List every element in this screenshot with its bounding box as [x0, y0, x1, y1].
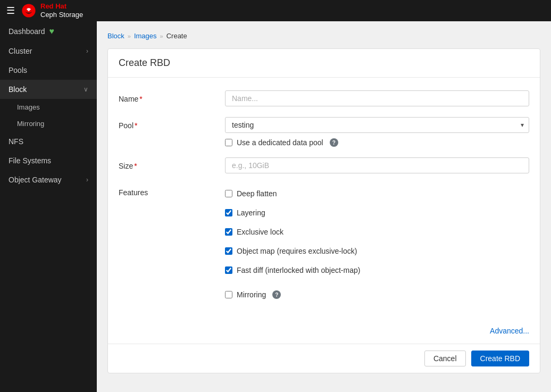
name-label: Name* [119, 90, 225, 103]
advanced-row: Advanced... [108, 322, 540, 344]
object-map-checkbox[interactable] [225, 247, 232, 255]
size-input[interactable] [225, 157, 529, 173]
fast-diff-label[interactable]: Fast diff (interlocked with object-map) [237, 266, 360, 274]
feature-group-main: Deep flatten Layering Exclusive lock [225, 184, 529, 280]
breadcrumb-sep-2: » [160, 33, 163, 39]
size-control-wrap [225, 157, 529, 173]
features-row: Features Deep flatten Layering [119, 184, 529, 299]
name-control-wrap [225, 90, 529, 106]
sidebar-item-dashboard-label: Dashboard [9, 27, 45, 36]
feature-fast-diff-row: Fast diff (interlocked with object-map) [225, 266, 529, 274]
mirroring-row: Mirroring ? [225, 290, 529, 299]
heart-icon: ♥ [49, 27, 55, 36]
topnav: ☰ Red Hat Ceph Storage [0, 0, 551, 21]
sidebar: Dashboard ♥ Cluster › Pools Block ∨ Imag… [0, 21, 97, 392]
hamburger-icon[interactable]: ☰ [6, 5, 15, 16]
deep-flatten-checkbox[interactable] [225, 190, 232, 197]
advanced-link[interactable]: Advanced... [490, 327, 529, 335]
pool-select[interactable]: testing default rbd [225, 117, 529, 133]
name-row: Name* [119, 90, 529, 106]
size-required: * [134, 162, 137, 170]
sidebar-item-cluster[interactable]: Cluster › [0, 41, 97, 61]
create-rbd-button[interactable]: Create RBD [471, 351, 529, 366]
breadcrumb-create: Create [166, 32, 187, 40]
feature-deep-flatten-row: Deep flatten [225, 189, 529, 198]
sidebar-item-nfs[interactable]: NFS [0, 132, 97, 151]
mirroring-label[interactable]: Mirroring [237, 290, 266, 299]
feature-object-map-row: Object map (requires exclusive-lock) [225, 247, 529, 255]
sidebar-mirroring-label: Mirroring [17, 120, 44, 128]
breadcrumb-images[interactable]: Images [134, 32, 157, 40]
sidebar-objectgateway-label: Object Gateway [9, 176, 86, 184]
layering-checkbox[interactable] [225, 209, 232, 216]
brand-name: Red Hat [40, 2, 83, 11]
name-input[interactable] [225, 90, 529, 106]
exclusive-lock-label[interactable]: Exclusive lock [237, 228, 283, 236]
sidebar-cluster-label: Cluster [9, 47, 86, 55]
pool-required: * [135, 121, 137, 130]
sidebar-pools-label: Pools [9, 66, 88, 74]
sidebar-item-mirroring[interactable]: Mirroring [0, 115, 97, 132]
breadcrumb-block[interactable]: Block [107, 32, 124, 40]
sidebar-item-objectgateway[interactable]: Object Gateway › [0, 170, 97, 189]
feature-layering-row: Layering [225, 208, 529, 217]
chevron-right-icon-2: › [86, 176, 88, 184]
sidebar-item-pools[interactable]: Pools [0, 61, 97, 80]
name-required: * [139, 95, 142, 103]
card-title: Create RBD [108, 49, 540, 78]
sidebar-item-block[interactable]: Block ∨ [0, 80, 97, 99]
layering-label[interactable]: Layering [237, 208, 265, 217]
sidebar-item-images[interactable]: Images [0, 99, 97, 115]
card-body: Name* Pool* testing d [108, 78, 540, 322]
content-area: Block » Images » Create Create RBD Name* [97, 21, 551, 392]
breadcrumb: Block » Images » Create [107, 32, 540, 40]
pool-row: Pool* testing default rbd ▾ [119, 117, 529, 147]
features-label: Features [119, 184, 225, 197]
sidebar-filesystems-label: File Systems [9, 156, 88, 165]
size-row: Size* [119, 157, 529, 173]
exclusive-lock-checkbox[interactable] [225, 228, 232, 236]
dedicated-pool-label[interactable]: Use a dedicated data pool [237, 138, 323, 147]
chevron-right-icon: › [86, 47, 88, 55]
size-label: Size* [119, 157, 225, 170]
sidebar-item-dashboard[interactable]: Dashboard ♥ [0, 21, 97, 41]
fast-diff-checkbox[interactable] [225, 266, 232, 274]
feature-exclusive-lock-row: Exclusive lock [225, 228, 529, 236]
sidebar-nfs-label: NFS [9, 137, 88, 146]
redhat-logo-icon [21, 3, 36, 18]
object-map-label[interactable]: Object map (requires exclusive-lock) [237, 247, 357, 255]
sidebar-item-filesystems[interactable]: File Systems [0, 151, 97, 170]
mirroring-checkbox[interactable] [225, 291, 232, 298]
features-wrap: Deep flatten Layering Exclusive lock [225, 184, 529, 299]
chevron-down-icon: ∨ [84, 86, 88, 93]
product-name: Ceph Storage [40, 11, 83, 19]
dedicated-pool-checkbox[interactable] [225, 139, 232, 146]
pool-control-wrap: testing default rbd ▾ Use a dedicated da… [225, 117, 529, 147]
dedicated-pool-help-icon[interactable]: ? [330, 138, 338, 147]
brand-text: Red Hat Ceph Storage [40, 2, 83, 19]
create-rbd-card: Create RBD Name* Pool* [107, 48, 540, 373]
main-layout: Dashboard ♥ Cluster › Pools Block ∨ Imag… [0, 21, 551, 392]
deep-flatten-label[interactable]: Deep flatten [237, 189, 277, 198]
breadcrumb-sep-1: » [128, 33, 131, 39]
dedicated-pool-row: Use a dedicated data pool ? [225, 138, 529, 147]
cancel-button[interactable]: Cancel [424, 351, 466, 366]
card-footer: Cancel Create RBD [108, 344, 540, 373]
sidebar-block-label: Block [9, 85, 84, 94]
brand-logo: Red Hat Ceph Storage [21, 2, 83, 19]
pool-select-wrap: testing default rbd ▾ [225, 117, 529, 133]
sidebar-images-label: Images [17, 103, 40, 111]
pool-label: Pool* [119, 117, 225, 130]
mirroring-help-icon[interactable]: ? [272, 290, 281, 299]
